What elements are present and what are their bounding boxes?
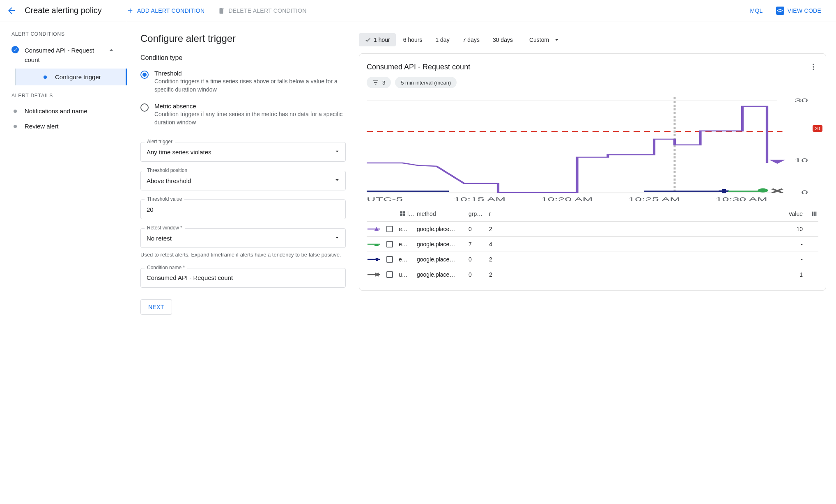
sidebar-item-review[interactable]: Review alert (0, 119, 127, 134)
col-grp[interactable]: grp… (469, 211, 487, 217)
time-tab-custom[interactable]: Custom (524, 33, 566, 47)
sidebar-item-label: Review alert (25, 123, 59, 130)
view-code-button[interactable]: <> VIEW CODE (771, 3, 826, 18)
option-title: Threshold (154, 70, 346, 77)
svg-rect-24 (376, 258, 378, 261)
y-tick: 0 (801, 190, 808, 195)
time-tab-label: 7 days (463, 37, 480, 43)
next-button[interactable]: NEXT (140, 299, 172, 315)
card-more-button[interactable] (808, 62, 818, 72)
retest-window-select[interactable]: Retest window * No retest (140, 228, 346, 248)
svg-rect-12 (400, 211, 402, 213)
field-value: Above threshold (147, 177, 191, 184)
cell: 4 (489, 241, 501, 247)
table-row[interactable]: e…google.place…02- (367, 252, 818, 267)
interval-chip-label: 5 min interval (mean) (401, 80, 451, 86)
cell: 0 (469, 256, 487, 263)
cell: e… (399, 241, 414, 247)
x-tick: 10:25 AM (628, 197, 680, 202)
table-row[interactable]: e…google.place…74- (367, 236, 818, 252)
sidebar-item-condition[interactable]: Consumed API - Request count (0, 42, 127, 69)
field-label: Threshold position (145, 167, 190, 173)
metric-chart[interactable]: 30 10 0 (367, 92, 818, 203)
x-tz: UTC-5 (367, 197, 403, 202)
time-tab-label: 1 day (435, 37, 449, 43)
interval-chip[interactable]: 5 min interval (mean) (395, 77, 457, 88)
table-row[interactable]: u…google.place…021 (367, 267, 818, 282)
radio-option-threshold[interactable]: Threshold Condition triggers if a time s… (140, 67, 346, 100)
back-button[interactable] (3, 2, 20, 19)
cell: 2 (489, 226, 501, 232)
time-tab-label: 6 hours (403, 37, 423, 43)
field-label: Alert trigger (145, 139, 175, 144)
columns-icon[interactable] (805, 211, 818, 217)
threshold-value-input[interactable]: Threshold value 20 (140, 199, 346, 219)
dropdown-icon (333, 176, 341, 185)
option-title: Metric absence (154, 103, 346, 110)
filter-count-chip[interactable]: 3 (367, 77, 391, 88)
time-tab-label: 1 hour (374, 37, 390, 43)
dashboard-icon[interactable]: l… (399, 211, 414, 217)
condition-name-input[interactable]: Condition name * Consumed API - Request … (140, 268, 346, 288)
cell: google.place… (417, 241, 466, 247)
svg-point-9 (758, 188, 768, 192)
option-description: Condition triggers if a time series rise… (154, 78, 346, 94)
check-icon (365, 37, 371, 43)
cell: google.place… (417, 271, 466, 278)
view-code-label: VIEW CODE (788, 7, 821, 14)
time-tab-6h[interactable]: 6 hours (397, 33, 428, 46)
svg-rect-16 (812, 212, 813, 216)
cell: u… (399, 271, 414, 278)
svg-rect-13 (403, 211, 405, 213)
field-value: 20 (147, 206, 154, 213)
condition-type-heading: Condition type (140, 54, 346, 62)
series-grey (772, 189, 783, 193)
active-dot-icon (44, 76, 47, 79)
field-value: Consumed API - Request count (147, 274, 233, 281)
cell-value: - (504, 241, 803, 247)
alert-trigger-select[interactable]: Alert trigger Any time series violates (140, 142, 346, 162)
cell-value: - (504, 256, 803, 263)
sidebar-sub-label: Configure trigger (55, 73, 101, 80)
preview-card: Consumed API - Request count 3 5 min int… (359, 53, 826, 291)
time-tab-7d[interactable]: 7 days (457, 33, 485, 46)
cell: 2 (489, 271, 501, 278)
table-row[interactable]: e…google.place…0210 (367, 221, 818, 236)
dropdown-icon (333, 148, 341, 156)
series-marker-icon (367, 241, 380, 247)
row-checkbox[interactable] (386, 271, 393, 278)
col-value[interactable]: Value (504, 211, 803, 217)
svg-point-1 (813, 66, 814, 67)
delete-alert-condition-label: DELETE ALERT CONDITION (228, 7, 306, 14)
time-tab-1h[interactable]: 1 hour (359, 33, 396, 46)
svg-rect-14 (400, 214, 402, 216)
col-r[interactable]: r (489, 211, 501, 217)
sidebar-item-notifications[interactable]: Notifications and name (0, 103, 127, 119)
cell: e… (399, 256, 414, 263)
arrow-left-icon (7, 6, 16, 16)
time-tab-1d[interactable]: 1 day (429, 33, 455, 46)
y-tick: 30 (795, 98, 808, 103)
radio-option-metric-absence[interactable]: Metric absence Condition triggers if any… (140, 100, 346, 133)
more-vert-icon (809, 63, 818, 71)
code-icon: <> (776, 7, 784, 15)
row-checkbox[interactable] (386, 256, 393, 263)
check-circle-icon (11, 46, 19, 53)
option-description: Condition triggers if any time series in… (154, 110, 346, 126)
table-header: l… method grp… r Value (367, 206, 818, 221)
time-tab-30d[interactable]: 30 days (487, 33, 519, 46)
sidebar-item-label: Notifications and name (25, 108, 87, 115)
add-alert-condition-button[interactable]: ADD ALERT CONDITION (122, 4, 210, 18)
row-checkbox[interactable] (386, 241, 393, 247)
delete-alert-condition-button[interactable]: DELETE ALERT CONDITION (213, 4, 311, 18)
col-method[interactable]: method (417, 211, 466, 217)
add-alert-condition-label: ADD ALERT CONDITION (137, 7, 205, 14)
mql-button[interactable]: MQL (745, 4, 768, 17)
threshold-position-select[interactable]: Threshold position Above threshold (140, 171, 346, 190)
row-checkbox[interactable] (386, 226, 393, 232)
chevron-up-icon[interactable] (107, 46, 115, 55)
form-title: Configure alert trigger (140, 33, 346, 44)
cell: google.place… (417, 226, 466, 232)
sidebar-sub-configure-trigger[interactable]: Configure trigger (16, 69, 127, 85)
series-purple (367, 106, 767, 192)
